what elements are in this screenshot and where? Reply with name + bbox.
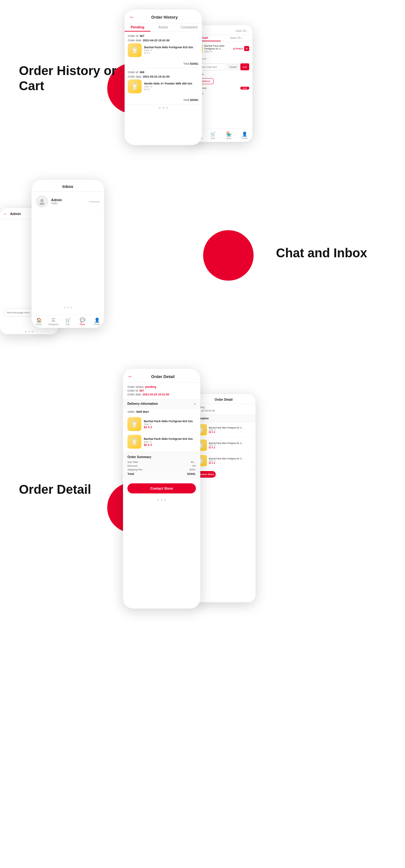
delivery-section-title: Delivery information	[127, 402, 158, 405]
profile-icon: 👤	[94, 317, 100, 322]
od2-product-3: 🥛 Bachat Pack Nido Fortigrow 91 C... Siz…	[193, 453, 256, 468]
chat-preview: Hello	[51, 202, 85, 205]
od2-section: formation	[193, 414, 256, 422]
order-total-368: Total $2000.	[124, 97, 202, 104]
chat-time: Yesterday	[89, 200, 100, 203]
nav-profile[interactable]: 👤 Profile	[237, 131, 252, 140]
order-history-title: Order History	[137, 15, 192, 20]
profile-icon: 👤	[242, 131, 247, 136]
categories-icon: ☰	[51, 317, 56, 322]
promo-cancel-btn[interactable]: Cancel	[227, 63, 239, 70]
section3-label: Order Detail	[19, 483, 91, 497]
svg-point-1	[39, 203, 45, 205]
nav-inbox[interactable]: 💬 Inbox	[75, 317, 90, 326]
order-item-368: Order id: 368 Order date: 2021-05-23 15:…	[124, 68, 202, 97]
inbox-phone: Inbox Admin Hello Yesterday 🏠 Home	[32, 180, 104, 328]
cart-tab-other[interactable]: Over Ch...	[221, 36, 252, 41]
order-history-tabs: Pending Active Completed	[124, 23, 202, 32]
chat-back-arrow[interactable]: ←	[3, 211, 7, 216]
product-img-1: 🥛	[127, 417, 141, 431]
page-dot	[166, 107, 168, 109]
product-image-nido: 🥛	[128, 43, 142, 57]
od-title: Order Detail	[136, 374, 190, 379]
cart-icon: 🛒	[65, 317, 71, 322]
store-icon: 🏪	[226, 131, 232, 136]
svg-point-0	[40, 199, 44, 202]
od-back-arrow[interactable]: ←	[127, 373, 133, 380]
tab-pending[interactable]: Pending	[124, 25, 150, 32]
nav-categories[interactable]: ☰ Categories	[46, 317, 61, 326]
inbox-bottom-nav: 🏠 Home ☰ Categories 🛒 Cart 💬 Inbox 👤 Pro…	[32, 315, 104, 328]
section1-label: Order History or Cart	[19, 63, 116, 93]
back-arrow-icon[interactable]: ←	[129, 14, 135, 21]
cart-tab2: Over Ch...	[236, 29, 249, 32]
nav-profile[interactable]: 👤 Profile	[90, 317, 104, 326]
nav-cart[interactable]: 🛒 Cart	[205, 131, 221, 140]
section2-label: Chat and Inbox	[276, 246, 367, 260]
seller-info: Seller: Wall Mart	[123, 408, 200, 415]
order-product-1: 🥛 Bachat Pack Nido Fortigrow 910 Gm Size…	[123, 415, 200, 433]
inbox-chat-item-admin[interactable]: Admin Hello Yesterday	[32, 192, 104, 212]
order-summary: Order Summary Sub Total $1... Discount 0…	[123, 452, 200, 479]
page-dot	[158, 107, 161, 109]
order-history-phone: ← Order History Pending Active Completed…	[124, 9, 202, 145]
cart-icon: 🛒	[210, 131, 216, 136]
page-dot	[32, 331, 33, 332]
tab-active[interactable]: Active	[150, 25, 176, 32]
od2-title: Order Detail	[199, 398, 248, 401]
order-item-367: Order id: 367 Order date: 2021-04-23 15:…	[124, 32, 202, 61]
section3: Order Detail ← Order Detail Order Status…	[0, 363, 405, 634]
contact-store-button[interactable]: Contact Store	[127, 483, 196, 493]
nav-cart[interactable]: 🛒 Cart	[61, 317, 75, 326]
chat-admin-name: Admin	[10, 212, 21, 216]
promo-add-small-btn[interactable]: Add	[240, 87, 249, 90]
home-icon: 🏠	[36, 317, 41, 322]
order-total-367: Total $1842.	[124, 61, 202, 68]
decorative-circle-2	[203, 230, 254, 281]
order-product-2: 🥛 Bachat Pack Nido Fortigrow 910 Gm Size…	[123, 433, 200, 451]
avatar-admin	[36, 195, 48, 208]
page-dot	[25, 331, 27, 332]
chevron-down-icon: ∨	[194, 402, 196, 405]
nav-home[interactable]: 🏠 Home	[32, 317, 46, 326]
page-dot	[163, 107, 164, 109]
order-detail-phone: ← Order Detail Order Status: pending Ord…	[123, 369, 200, 609]
chat-name-admin: Admin	[51, 198, 85, 202]
page-dot	[28, 331, 30, 332]
delivery-section-header[interactable]: Delivery information ∨	[123, 399, 200, 408]
product-image-nestle: 🥛	[128, 80, 142, 93]
order-history-header: ← Order History	[124, 9, 202, 23]
order-detail-phone-2: ← Order Detail pending 4-04-23 15:41:50 …	[193, 394, 256, 602]
tab-completed[interactable]: Completed	[176, 25, 202, 32]
promo-add-btn[interactable]: Add	[240, 63, 249, 70]
od2-product-2: 🥛 Bachat Pack Nido Fortigrow 91 C... Siz…	[193, 438, 256, 453]
inbox-icon: 💬	[80, 317, 85, 322]
cart-remove-btn[interactable]: ✕	[244, 46, 249, 51]
nav-store[interactable]: 🏪 Store	[221, 131, 237, 140]
inbox-title: Inbox	[62, 184, 74, 189]
product-img-2: 🥛	[127, 435, 141, 449]
od2-product-1: 🥛 Bachat Pack Nido Fortigrow 91 C... Siz…	[193, 422, 256, 438]
section2: Chat and Inbox ← Admin Inbox	[0, 174, 405, 356]
